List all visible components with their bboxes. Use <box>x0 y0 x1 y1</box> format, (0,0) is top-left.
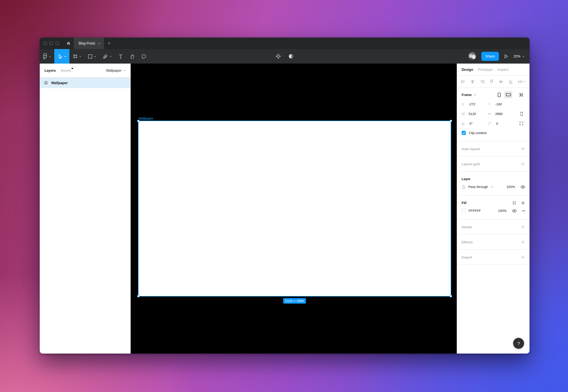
rotation-field[interactable]: 0° <box>462 122 488 126</box>
remove-fill-icon[interactable] <box>522 210 525 211</box>
comment-tool-button[interactable] <box>138 49 149 64</box>
selection-handle-bottom-left[interactable] <box>137 295 139 297</box>
landscape-orientation-button[interactable] <box>504 91 512 98</box>
home-button[interactable] <box>63 38 74 49</box>
desktop-background: Blog Posts × + <box>0 0 568 392</box>
zoom-level-control[interactable]: 20% <box>513 55 525 58</box>
fill-color-swatch[interactable] <box>462 209 466 213</box>
corner-radius-value[interactable]: 0 <box>496 122 498 125</box>
avatar[interactable] <box>468 52 477 60</box>
fill-section-title: Fill <box>462 201 466 205</box>
add-auto-layout-icon[interactable] <box>521 147 525 151</box>
width-field[interactable]: W 5120 <box>462 112 488 116</box>
help-button[interactable]: ? <box>513 338 524 349</box>
distribute-menu[interactable] <box>518 79 525 84</box>
align-vertical-center-icon[interactable] <box>499 79 504 84</box>
selection-handle-top-right[interactable] <box>450 120 452 122</box>
rotation-value[interactable]: 0° <box>469 122 473 125</box>
layer-item-wallpaper[interactable]: Wallpaper <box>40 78 131 88</box>
frame-tool-button[interactable] <box>69 49 85 64</box>
x-value[interactable]: -272 <box>469 102 475 106</box>
fill-section: Fill FFFFFF 100% <box>457 196 529 220</box>
window-zoom-button[interactable] <box>56 42 59 45</box>
use-as-mask-button[interactable] <box>288 54 294 59</box>
independent-corners-button[interactable] <box>519 121 523 126</box>
corner-radius-field[interactable]: 0 <box>488 122 515 126</box>
main-menu-button[interactable] <box>40 49 54 64</box>
move-tool-button[interactable] <box>54 49 69 64</box>
add-export-icon[interactable] <box>521 255 525 259</box>
portrait-icon <box>498 93 501 97</box>
wallpaper-frame[interactable] <box>138 121 451 296</box>
tab-close-icon[interactable]: × <box>98 41 100 45</box>
share-button[interactable]: Share <box>481 52 499 61</box>
fill-opacity-value[interactable]: 100% <box>498 209 512 212</box>
visibility-eye-icon[interactable] <box>520 185 525 188</box>
create-component-button[interactable] <box>275 54 281 59</box>
resize-to-fit-button[interactable] <box>519 93 523 97</box>
hand-tool-icon <box>130 54 135 59</box>
home-icon <box>66 41 71 46</box>
toolbar-right: Share 20% <box>468 49 529 64</box>
visibility-eye-icon[interactable] <box>512 209 517 212</box>
w-value[interactable]: 5120 <box>469 112 476 116</box>
zoom-level-value: 20% <box>513 55 520 58</box>
tab-blog-posts[interactable]: Blog Posts × <box>74 38 104 49</box>
clip-content-row[interactable]: Clip content <box>457 128 529 138</box>
chevron-down-icon <box>123 70 126 71</box>
tab-title: Blog Posts <box>78 42 95 45</box>
canvas-frame-label[interactable]: Wallpaper <box>138 116 153 120</box>
tab-inspect[interactable]: Inspect <box>497 68 508 71</box>
component-icon <box>275 54 281 59</box>
pen-tool-button[interactable] <box>100 49 115 64</box>
position-row: X -272 Y -160 <box>457 99 529 109</box>
text-tool-button[interactable] <box>115 49 126 64</box>
present-icon[interactable] <box>504 54 508 59</box>
height-field[interactable]: H 2880 <box>488 112 515 116</box>
frame-type-dropdown[interactable]: Frame <box>462 93 476 97</box>
effects-section: Effects <box>457 235 529 250</box>
fill-hex-value[interactable]: FFFFFF <box>469 209 498 212</box>
add-effect-icon[interactable] <box>521 240 525 244</box>
clip-content-checkbox[interactable] <box>462 131 466 135</box>
add-stroke-icon[interactable] <box>521 225 525 229</box>
assets-notification-dot <box>72 68 73 69</box>
window-minimize-button[interactable] <box>49 42 53 45</box>
hand-tool-button[interactable] <box>126 49 138 64</box>
align-left-icon[interactable] <box>461 79 465 84</box>
layer-opacity-value[interactable]: 100% <box>507 185 520 189</box>
portrait-orientation-button[interactable] <box>495 91 503 98</box>
new-tab-button[interactable]: + <box>104 38 114 49</box>
shape-tool-button[interactable] <box>85 49 100 64</box>
page-selector[interactable]: Wallpaper <box>106 69 126 72</box>
pen-tool-icon <box>103 54 108 59</box>
move-cursor-icon <box>58 54 62 59</box>
blend-mode-value[interactable]: Pass through <box>468 185 488 189</box>
constrain-proportions-button[interactable] <box>520 112 523 116</box>
align-horizontal-center-icon[interactable] <box>470 79 475 84</box>
align-right-icon[interactable] <box>480 79 484 84</box>
h-value[interactable]: 2880 <box>495 112 503 116</box>
figma-logo-icon <box>43 53 47 59</box>
check-icon <box>462 132 465 134</box>
fill-styles-icon[interactable] <box>512 201 516 205</box>
align-bottom-icon[interactable] <box>508 79 513 84</box>
selection-handle-top-left[interactable] <box>137 120 139 122</box>
mask-icon <box>288 54 294 59</box>
x-position-field[interactable]: X -272 <box>462 102 488 106</box>
y-value[interactable]: -160 <box>495 102 502 106</box>
selection-handle-bottom-right[interactable] <box>450 295 452 297</box>
rectangle-tool-icon <box>88 54 92 58</box>
tab-design[interactable]: Design <box>462 68 473 71</box>
canvas[interactable]: Wallpaper 5120 × 2880 <box>131 64 457 353</box>
tab-layers[interactable]: Layers <box>45 69 56 72</box>
window-close-button[interactable] <box>43 42 47 45</box>
y-position-field[interactable]: Y -160 <box>488 102 515 106</box>
align-top-icon[interactable] <box>489 79 494 84</box>
tab-assets[interactable]: Assets <box>61 69 71 72</box>
w-label: W <box>462 112 465 116</box>
tab-prototype[interactable]: Prototype <box>478 68 493 71</box>
add-fill-icon[interactable] <box>521 201 525 205</box>
add-layout-grid-icon[interactable] <box>521 162 525 166</box>
chevron-down-icon <box>523 81 525 82</box>
